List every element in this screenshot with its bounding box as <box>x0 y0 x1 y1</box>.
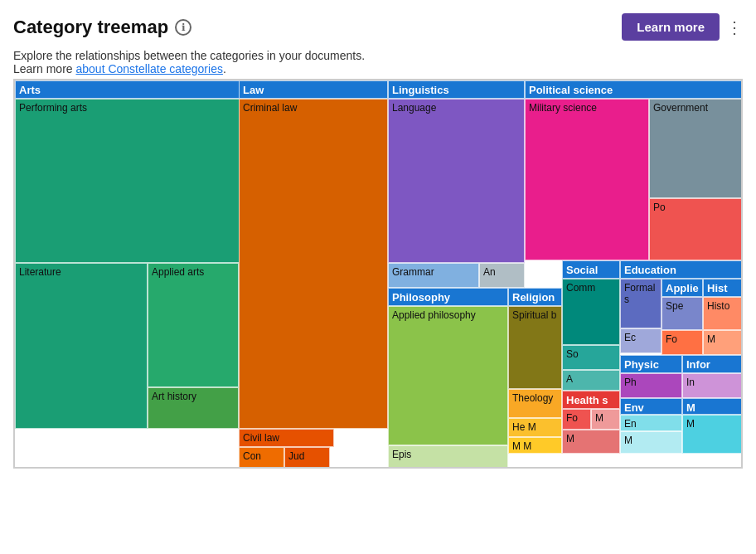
ec-t-cell: Ec <box>620 328 662 353</box>
applied-hdr2: Applie <box>662 279 703 297</box>
epis-cell: Epis <box>388 445 508 469</box>
page-title: Category treemap <box>13 17 168 38</box>
physic-cell: Ph <box>620 373 682 398</box>
about-link[interactable]: about Constellate categories <box>75 62 222 75</box>
civil-law: Civil law <box>239 429 334 447</box>
health-hdr: Health s <box>562 391 620 409</box>
po-cell: Po <box>649 198 743 260</box>
applied-arts: Applied arts <box>148 263 239 387</box>
language: Language <box>388 99 525 263</box>
header-row: Category treemap ℹ Learn more ⋮ <box>13 13 743 41</box>
m-hdr: M <box>682 398 743 415</box>
spiritual: Spiritual b <box>508 306 562 389</box>
ap-r-cell: A <box>562 370 620 391</box>
he-cell: He M <box>508 418 562 437</box>
header-left: Category treemap ℹ <box>13 17 191 38</box>
treemap: ArtsPerforming artsLiteratureApplied art… <box>13 79 743 469</box>
subtitle-text: Explore the relationships between the ca… <box>13 49 743 75</box>
jud-cell: Jud <box>284 447 330 469</box>
govt: Government <box>649 99 743 198</box>
art-history: Art history <box>148 387 239 429</box>
m3-cell: M <box>620 431 682 454</box>
applied-sub: Fo <box>662 330 703 355</box>
comm-cell: Comm <box>562 279 620 345</box>
physic-hdr: Physic <box>620 355 682 373</box>
more-options-icon[interactable]: ⋮ <box>726 17 743 37</box>
fo-cell: Fo <box>562 409 591 430</box>
applied-phil: Applied philosophy <box>388 306 508 445</box>
m4-cell: M <box>682 415 743 454</box>
so-cell: So <box>562 345 620 370</box>
m-cell: M <box>591 409 620 430</box>
learn-more-button[interactable]: Learn more <box>622 13 720 41</box>
law-hdr: Law <box>239 80 388 99</box>
info-icon[interactable]: ℹ <box>175 19 191 36</box>
social-hdr: Social scie <box>562 260 620 279</box>
m-hist: M <box>703 330 743 355</box>
inform-cell: In <box>682 373 743 398</box>
m-cell2: M <box>562 430 620 454</box>
inform-hdr: Infor <box>682 355 743 373</box>
formal: Formal s <box>620 279 662 328</box>
hist-sub: Histo <box>703 297 743 330</box>
polsci-hdr: Political science <box>525 80 743 99</box>
hist-hdr2: Hist <box>703 279 743 297</box>
spe-cell: Spe <box>662 297 703 330</box>
env-hdr: Env <box>620 398 682 415</box>
grammar: Grammar <box>388 263 479 288</box>
literature: Literature <box>15 263 148 429</box>
criminal-law: Criminal law <box>239 99 388 429</box>
religion-hdr: Religion <box>508 288 562 306</box>
page-wrapper: Category treemap ℹ Learn more ⋮ Explore … <box>0 0 756 554</box>
ling-hdr: Linguistics <box>388 80 525 99</box>
edu-hdr: Education <box>620 260 743 279</box>
m-m-cell: M M <box>508 437 562 454</box>
mil-sci: Military science <box>525 99 649 260</box>
header-right: Learn more ⋮ <box>622 13 743 41</box>
con-cell: Con <box>239 447 284 469</box>
an-cell: An <box>479 263 525 288</box>
phil-hdr: Philosophy <box>388 288 508 306</box>
env-cell: En <box>620 415 682 431</box>
theology: Theology <box>508 389 562 418</box>
